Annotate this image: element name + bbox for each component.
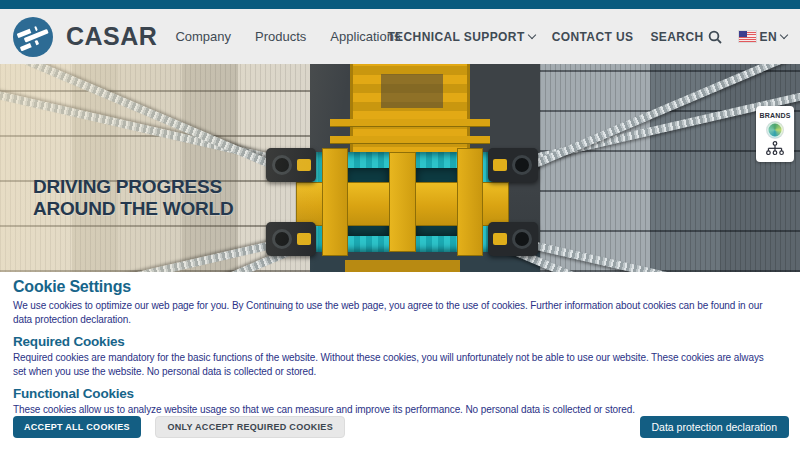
spreader-corner-pulley: [488, 148, 538, 182]
language-selector[interactable]: EN: [739, 30, 787, 44]
nav-item-products[interactable]: Products: [255, 29, 306, 44]
chevron-down-icon: [527, 30, 535, 38]
container-stack-right: [540, 64, 800, 272]
page: CASAR Company Products Applications TECH…: [0, 0, 800, 450]
hero-headline-line2: AROUND THE WORLD: [33, 198, 234, 220]
pulley-bracket: [297, 233, 311, 245]
brand-name: CASAR: [66, 22, 157, 51]
cookie-consent-panel: Cookie Settings We use cookies to optimi…: [0, 272, 800, 450]
crane-rail: [330, 136, 490, 143]
language-label: EN: [760, 30, 777, 44]
spreader-side-beam: [322, 148, 348, 256]
brand-logo-link[interactable]: CASAR: [13, 17, 157, 57]
primary-nav-links: Company Products Applications: [175, 29, 400, 44]
cookie-intro-text: We use cookies to optimize our web page …: [13, 299, 771, 327]
spreader-center-beam: [389, 152, 416, 252]
functional-cookies-text: These cookies allow us to analyze websit…: [13, 403, 771, 417]
search-label: SEARCH: [650, 30, 703, 44]
accept-required-cookies-button[interactable]: ONLY ACCEPT REQUIRED COOKIES: [155, 416, 345, 438]
cookie-panel-title: Cookie Settings: [13, 278, 787, 296]
secondary-nav: TECHNICAL SUPPORT CONTACT US SEARCH EN: [387, 9, 787, 64]
accept-all-cookies-button[interactable]: ACCEPT ALL COOKIES: [13, 416, 141, 438]
pulley-wheel: [512, 155, 532, 175]
data-protection-declaration-button[interactable]: Data protection declaration: [640, 416, 790, 438]
container-stack-left: [0, 64, 310, 272]
nav-item-technical-support[interactable]: TECHNICAL SUPPORT: [387, 30, 534, 44]
spreader-corner-pulley: [266, 222, 316, 256]
spreader-side-beam: [457, 148, 483, 256]
functional-cookies-heading: Functional Cookies: [13, 386, 787, 401]
spreader-corner-pulley: [266, 148, 316, 182]
org-chart-icon: [765, 141, 785, 156]
spreader-corner-pulley: [488, 222, 538, 256]
nav-item-contact-us[interactable]: CONTACT US: [552, 30, 634, 44]
search-button[interactable]: SEARCH: [650, 30, 721, 44]
required-cookies-heading: Required Cookies: [13, 334, 787, 349]
pulley-bracket: [297, 159, 311, 171]
chevron-down-icon: [780, 30, 788, 38]
pulley-wheel: [512, 229, 532, 249]
contact-us-label: CONTACT US: [552, 30, 634, 44]
pulley-bracket: [493, 233, 507, 245]
search-icon: [708, 30, 722, 44]
crane-lower-beam: [345, 260, 460, 272]
cookie-button-row: ACCEPT ALL COOKIES ONLY ACCEPT REQUIRED …: [13, 416, 789, 438]
us-flag-icon: [739, 31, 756, 42]
pulley-bracket: [493, 159, 507, 171]
pulley-wheel: [272, 155, 292, 175]
required-cookies-text: Required cookies are mandatory for the b…: [13, 351, 771, 379]
casar-logo-icon: [13, 17, 53, 57]
crane-bridge-slot: [381, 74, 443, 108]
crane-rail: [330, 119, 490, 126]
brands-label: BRANDS: [759, 112, 790, 119]
pulley-wheel: [272, 229, 292, 249]
globe-icon: [767, 122, 783, 138]
brands-button[interactable]: BRANDS: [756, 106, 794, 162]
hero-banner: DRIVING PROGRESS AROUND THE WORLD BRANDS: [0, 64, 800, 272]
hero-headline: DRIVING PROGRESS AROUND THE WORLD: [33, 176, 234, 220]
nav-item-company[interactable]: Company: [175, 29, 231, 44]
top-accent-bar: [0, 0, 800, 9]
main-navigation: CASAR Company Products Applications TECH…: [0, 9, 800, 64]
hero-headline-line1: DRIVING PROGRESS: [33, 176, 234, 198]
technical-support-label: TECHNICAL SUPPORT: [387, 30, 524, 44]
